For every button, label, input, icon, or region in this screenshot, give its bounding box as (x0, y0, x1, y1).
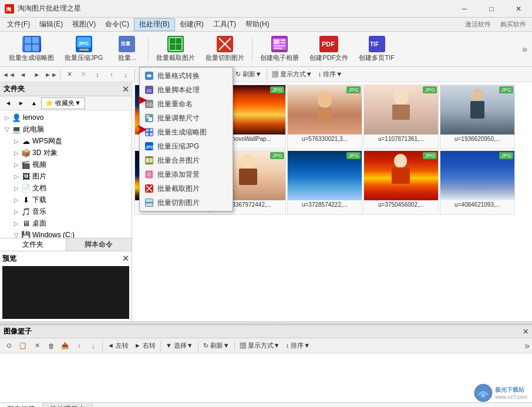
up-button[interactable]: ↑ (105, 68, 118, 81)
folder-back-button[interactable]: ◄ (2, 97, 14, 109)
preview-header: 预览 ✕ (2, 254, 129, 264)
expand-c-drive[interactable]: ▽ (12, 232, 21, 238)
down-button[interactable]: ↓ (119, 68, 132, 81)
refresh-dropdown[interactable]: ↻ 刷新▼ (233, 70, 264, 79)
menu-create[interactable]: 创建(R) (175, 18, 208, 31)
tree-item-lenovo[interactable]: ▷ 👤 lenovo (0, 112, 132, 123)
basket-close-button[interactable]: ✕ (523, 328, 528, 336)
expand-downloads[interactable]: ▷ (12, 197, 21, 203)
basket-refresh-dropdown[interactable]: ↻ 刷新▼ (201, 341, 232, 350)
batch-thumbnail-button[interactable]: 批量生成缩略图 (5, 34, 58, 65)
basket-rotate-left[interactable]: ◄ 左转 (105, 341, 131, 350)
tree-item-desktop[interactable]: ▷ 🖥 桌面 (0, 217, 132, 229)
nav-prev-button[interactable]: ◄ (16, 68, 29, 81)
basket-tab-log[interactable]: 批处理日志 (43, 403, 93, 407)
folder-forward-button[interactable]: ► (15, 97, 27, 109)
create-tif-button[interactable]: TIF 创建多页TIF (355, 34, 399, 65)
basket-delete-button[interactable]: ✕ (31, 339, 43, 352)
tab-script[interactable]: 脚本命令 (66, 238, 132, 251)
tree-item-wps[interactable]: ▷ ☁ WPS网盘 (0, 135, 132, 147)
create-pdf-button[interactable]: PDF 创建PDF文件 (305, 34, 352, 65)
batch-crop-images[interactable]: 批量截取图片 (140, 181, 233, 196)
delete-button[interactable]: ✕ (63, 68, 76, 81)
basket-eye-button[interactable]: ⊙ (2, 339, 15, 352)
expand-wps[interactable]: ▷ (12, 138, 21, 144)
menu-tools[interactable]: 工具(T) (208, 18, 241, 31)
tree-item-downloads[interactable]: ▷ ⬇ 下载 (0, 194, 132, 206)
tree-item-docs[interactable]: ▷ 📄 文档 (0, 182, 132, 194)
basket-down-button[interactable]: ↓ (87, 339, 100, 352)
batch-merge-images[interactable]: 批量合并图片 (140, 153, 233, 167)
basket-export-button[interactable]: 📤 (59, 339, 72, 352)
folder-close-button[interactable]: ✕ (122, 85, 129, 94)
toolbar-more-button[interactable]: » (522, 44, 527, 55)
folder-tree[interactable]: ▷ 👤 lenovo ▽ 💻 此电脑 ▷ ☁ WPS网盘 ▷ 📦 3D 对象 (0, 110, 132, 238)
menu-help[interactable]: 帮助(H) (241, 18, 274, 31)
image-cell-2[interactable]: JPG u=576330021,3... (287, 85, 362, 149)
nav-next-button[interactable]: ► (31, 68, 43, 81)
image-cell-9[interactable]: JPG u=4084621093,... (440, 150, 515, 215)
expand-pictures[interactable]: ▷ (12, 173, 21, 180)
batch-rename[interactable]: Ab 批量重命名 (140, 97, 233, 111)
expand-video[interactable]: ▷ (12, 162, 21, 168)
expand-music[interactable]: ▷ (12, 208, 21, 215)
basket-copy-button[interactable]: 📋 (16, 339, 29, 352)
activate-button[interactable]: 激活软件 (462, 19, 494, 30)
menu-batch[interactable]: 批处理(B) (134, 18, 175, 31)
tree-item-video[interactable]: ▷ 🎬 视频 (0, 159, 132, 170)
expand-3d[interactable]: ▷ (12, 150, 21, 156)
nav-first-button[interactable]: ◄◄ (2, 68, 15, 81)
batch-capture-button[interactable]: 批量截取图片 (152, 34, 199, 65)
folder-up-button[interactable]: ▲ (28, 97, 40, 109)
image-cell-7[interactable]: JPG u=3728574222,... (287, 150, 362, 215)
image-cell-3[interactable]: JPG u=1107871361,... (363, 85, 439, 149)
expand-lenovo[interactable]: ▷ (2, 115, 12, 121)
display-dropdown[interactable]: ▦ 显示方式▼ (270, 70, 315, 79)
tree-item-c-drive[interactable]: ▽ 💾 Windows (C:) (0, 229, 132, 238)
expand-docs[interactable]: ▷ (12, 185, 21, 191)
svg-point-70 (481, 393, 486, 398)
buy-button[interactable]: 购买软件 (497, 19, 530, 30)
batch-script-process[interactable]: JS 批量脚本处理 (140, 83, 233, 97)
menu-command[interactable]: 命令(C) (100, 18, 134, 31)
minimize-button[interactable]: ─ (451, 0, 478, 18)
expand-desktop[interactable]: ▷ (12, 220, 21, 227)
close-button[interactable]: ✕ (505, 0, 532, 18)
basket-display-dropdown[interactable]: ▦ 显示方式▼ (237, 341, 282, 350)
batch-gen-thumbnail[interactable]: 批量生成缩略图 (140, 125, 233, 139)
nav-last-button[interactable]: ►► (45, 68, 58, 81)
batch-resize[interactable]: 批量调整尺寸 (140, 111, 233, 125)
batch-format-convert[interactable]: 批量格式转换 (140, 69, 233, 83)
tree-item-computer[interactable]: ▽ 💻 此电脑 (0, 123, 132, 135)
expand-computer[interactable]: ▽ (2, 126, 12, 133)
menu-file[interactable]: 文件(F) (2, 18, 35, 31)
basket-rotate-right[interactable]: ► 右转 (132, 341, 158, 350)
basket-trash-button[interactable]: 🗑 (45, 339, 58, 352)
basket-more-button[interactable]: » (524, 341, 530, 351)
batch-add-background[interactable]: 批量添加背景 (140, 167, 233, 181)
basket-sort-dropdown[interactable]: ↕ 排序▼ (284, 341, 312, 350)
preview-close-button[interactable]: ✕ (122, 254, 129, 264)
sort-button[interactable]: ↕ (91, 68, 104, 81)
menu-edit[interactable]: 编辑(E) (35, 18, 68, 31)
image-cell-4[interactable]: JPG u=1936620950,... (440, 85, 515, 149)
tree-item-music[interactable]: ▷ 🎵 音乐 (0, 206, 132, 217)
batch-button3[interactable]: 批量 批量... (109, 34, 144, 65)
tree-item-3d[interactable]: ▷ 📦 3D 对象 (0, 147, 132, 159)
favorites-dropdown[interactable]: ⭐ 收藏夹▼ (41, 97, 85, 109)
menu-view[interactable]: 视图(V) (68, 18, 100, 31)
maximize-button[interactable]: □ (478, 0, 505, 18)
basket-up-button[interactable]: ↑ (73, 339, 86, 352)
batch-split-images[interactable]: 批量切割图片 (140, 196, 233, 210)
tree-item-pictures[interactable]: ▷ 🖼 图片 (0, 170, 132, 182)
create-album-button[interactable]: 创建电子相册 (256, 34, 303, 65)
batch-compress-jpg[interactable]: JPG 批量压缩JPG (140, 139, 233, 153)
tab-folder[interactable]: 文件夹 (0, 238, 66, 251)
basket-tab-images[interactable]: 图像篮子 (0, 403, 43, 407)
batch-compress-jpg-button[interactable]: JPG 批量压缩JPG (60, 34, 107, 65)
delete2-button[interactable]: ✕ (77, 68, 90, 81)
sort-dropdown[interactable]: ↕ 排序▼ (316, 70, 345, 79)
basket-select-dropdown[interactable]: ▼ 选择▼ (163, 341, 196, 350)
batch-cut-button[interactable]: 批量切割图片 (201, 34, 248, 65)
image-cell-8[interactable]: JPG u=3750456002,... (363, 150, 439, 215)
